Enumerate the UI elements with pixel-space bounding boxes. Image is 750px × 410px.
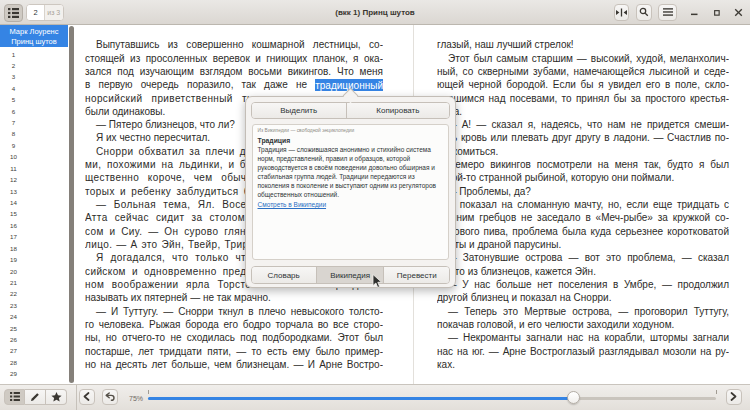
- toc-item-chapter[interactable]: 24: [0, 311, 27, 322]
- hamburger-menu-icon: [663, 8, 673, 16]
- toc-item-chapter[interactable]: 21: [0, 277, 27, 288]
- text-line: вать кровь или плевать друг другу в ладо…: [437, 131, 729, 144]
- minimize-button[interactable]: [687, 4, 701, 22]
- toc-item-chapter[interactable]: 29: [0, 368, 27, 379]
- text-line: — Некроманты загнали нас на корабли, што…: [437, 331, 729, 344]
- toc-item-chapter[interactable]: 5: [0, 94, 27, 105]
- star-icon: [51, 392, 62, 402]
- slider-tick-mark: [716, 390, 717, 394]
- close-button[interactable]: [731, 4, 745, 22]
- app-window: 2 из 3 (вкк 1) Принц шутов: [0, 0, 750, 410]
- toc-item-chapter[interactable]: 15: [0, 208, 27, 219]
- text-line: Выпутавшись из совершенно кошмарной лест…: [85, 38, 383, 51]
- bottom-bar: 75%: [0, 384, 750, 410]
- text-line: лишним гребцов не заседало в «Меч-рыбе» …: [437, 211, 729, 224]
- header-bar: 2 из 3 (вкк 1) Принц шутов: [0, 0, 750, 25]
- toc-item-chapter[interactable]: 6: [0, 106, 27, 117]
- toc-item-chapter[interactable]: 12: [0, 174, 27, 185]
- text-line: нившимся над посевами, то принял бы за п…: [437, 92, 729, 105]
- text-line: знакомиться.: [437, 145, 729, 158]
- selection-popover: Выделить Копировать Из Википедии — свобо…: [245, 96, 457, 288]
- toc-item-chapter[interactable]: 17: [0, 231, 27, 242]
- forward-button[interactable]: [726, 389, 743, 406]
- toc-item-chapter[interactable]: 3: [0, 71, 27, 82]
- text-line: ках.: [437, 358, 729, 371]
- toc-item-chapter[interactable]: 8: [0, 128, 27, 139]
- toc-sidebar: Марк Лоуренс Принц шутов 123456789101112…: [0, 25, 76, 384]
- toc-item-chapter[interactable]: 9: [0, 140, 27, 151]
- progress-slider-handle[interactable]: [567, 391, 580, 404]
- toc-item-chapter[interactable]: 20: [0, 266, 27, 277]
- toc-item-chapter[interactable]: 14: [0, 197, 27, 208]
- toc-item-chapter[interactable]: 13: [0, 186, 27, 197]
- toc-item-chapter[interactable]: 26: [0, 334, 27, 345]
- progress-slider[interactable]: [148, 397, 716, 400]
- text-line: лодового пива, проблема была куда серьез…: [437, 225, 729, 238]
- menu-button[interactable]: [658, 4, 677, 21]
- toc-item-chapter[interactable]: 2: [0, 60, 27, 71]
- toc-item-chapter[interactable]: 23: [0, 300, 27, 311]
- toc-item-chapter[interactable]: 22: [0, 288, 27, 299]
- text-line: ны, но отчего-то не сходилась под подбор…: [85, 331, 383, 344]
- toc-item-chapter[interactable]: 1: [0, 49, 27, 60]
- annotations-button[interactable]: [25, 389, 46, 406]
- text-line: — И Туттугу. — Снорри ткнул в плечо невы…: [85, 305, 383, 318]
- slider-tick-start: [148, 390, 149, 394]
- text-line: Я показал на сломанную мачту, но, если е…: [437, 198, 729, 211]
- toc-item-chapter[interactable]: 7: [0, 117, 27, 128]
- bookmarks-button[interactable]: [46, 389, 67, 406]
- wikipedia-link[interactable]: Смотреть в Википедии: [258, 200, 327, 209]
- toc-item-chapter[interactable]: 25: [0, 323, 27, 334]
- wikipedia-definition-line: поколения в поколение и выступают одним …: [258, 181, 444, 190]
- toc-item-chapter[interactable]: 4: [0, 83, 27, 94]
- wikipedia-definition-line: стабильная группа людей. Традиции переда…: [258, 172, 444, 181]
- fit-width-icon: [616, 8, 627, 17]
- toc-item-chapter[interactable]: 10: [0, 151, 27, 162]
- wikipedia-definition-line: общественных отношений.: [258, 190, 444, 199]
- text-line: постарше, лет тридцати пяти, — то есть е…: [85, 345, 383, 358]
- view-toc-button[interactable]: [4, 389, 25, 406]
- toc-book-title-label: Принц шутов: [0, 37, 68, 47]
- wikipedia-definition-line: руководствуется в своём поведении доволь…: [258, 163, 444, 172]
- toc-item-chapter[interactable]: 27: [0, 345, 27, 356]
- toc-item-chapter[interactable]: 11: [0, 163, 27, 174]
- toc-item-chapter[interactable]: 18: [0, 243, 27, 254]
- close-icon: [734, 8, 743, 17]
- text-line: в первую очередь поразило, так даже не т…: [85, 78, 383, 91]
- list-icon: [10, 392, 20, 401]
- text-line: какой-то странной рыбиной, которую они п…: [437, 171, 729, 184]
- progress-slider-fill: [148, 397, 573, 400]
- zoom-fit-button[interactable]: [614, 4, 630, 21]
- wikipedia-term: Традиция: [258, 136, 444, 145]
- text-line: покачав головой, и его челюсти заходили …: [437, 318, 729, 331]
- text-line: ный, со скверными зубами, намечающейся л…: [437, 65, 729, 78]
- toc-book-author: Марк Лоуренс: [0, 27, 68, 37]
- toc-item-chapter[interactable]: 19: [0, 254, 27, 265]
- wikipedia-definition-line: норм, представлений, правил и образцов, …: [258, 154, 444, 163]
- text-line: — Затонувшие острова — вот это проблема,…: [437, 251, 729, 264]
- page-right: глазый, наш лучший стрелок!Этот был самы…: [437, 38, 729, 371]
- text-line: кто-то из близнецов, кажется Эйн.: [437, 265, 729, 278]
- highlight-button[interactable]: Выделить: [252, 103, 346, 119]
- toc-item-book-title[interactable]: Марк Лоуренс Принц шутов: [0, 25, 68, 47]
- minimize-icon: [691, 9, 698, 17]
- text-line: го человека. Рыжая борода его бодро торч…: [85, 318, 383, 331]
- text-line: Этот был самым старшим — высокий, худой,…: [437, 52, 729, 65]
- sidebar-scrollbar[interactable]: [69, 26, 74, 383]
- dictionary-button[interactable]: Словарь: [252, 267, 316, 283]
- maximize-button[interactable]: [710, 4, 724, 22]
- wikipedia-button[interactable]: Википедия: [316, 267, 384, 283]
- back-button[interactable]: [79, 389, 96, 406]
- text-line: зался под изучающим взглядом восьми вики…: [85, 65, 383, 78]
- translate-button[interactable]: Перевести: [383, 267, 449, 283]
- search-button[interactable]: [636, 4, 652, 21]
- pencil-icon: [30, 392, 40, 402]
- maximize-icon: [714, 10, 720, 16]
- return-to-position-button[interactable]: [102, 389, 119, 406]
- toc-item-chapter[interactable]: 28: [0, 357, 27, 368]
- text-line: мачты и драной парусины.: [437, 238, 729, 251]
- toc-item-chapter[interactable]: 16: [0, 220, 27, 231]
- copy-button[interactable]: Копировать: [346, 103, 449, 119]
- toc-chapter-list: 1234567891011121314151617181920212223242…: [0, 49, 68, 385]
- text-line: — Теперь это Мертвые острова, — проговор…: [437, 305, 729, 318]
